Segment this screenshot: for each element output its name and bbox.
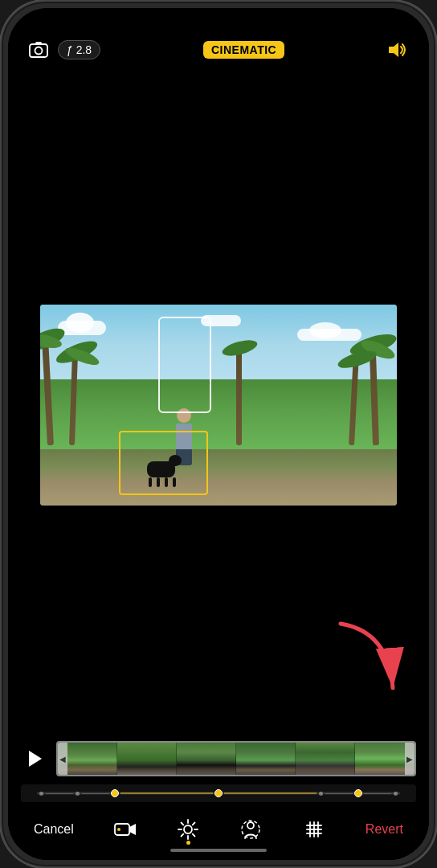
focus-connector	[82, 793, 109, 794]
focus-connector	[46, 793, 73, 794]
focus-connector	[120, 792, 213, 794]
cloud	[297, 329, 361, 341]
aperture-badge[interactable]: ƒ 2.8	[58, 40, 100, 59]
focus-connector	[224, 792, 317, 794]
svg-marker-6	[129, 824, 136, 835]
camera-icon[interactable]	[27, 39, 50, 61]
toolbar: Cancel	[21, 815, 416, 844]
dog-focus-box[interactable]	[119, 431, 208, 495]
top-left-controls: ƒ 2.8	[27, 39, 100, 61]
svg-line-13	[182, 823, 184, 825]
svg-point-18	[242, 821, 259, 838]
focus-point-active[interactable]	[111, 789, 119, 797]
svg-point-7	[117, 828, 120, 831]
screen-content: ƒ 2.8 CINEMATIC	[8, 8, 429, 860]
focus-connector	[325, 793, 353, 794]
cinematic-badge[interactable]: CINEMATIC	[203, 41, 284, 59]
svg-rect-2	[35, 42, 42, 45]
focus-point	[76, 792, 80, 796]
focus-point-active[interactable]	[354, 789, 362, 797]
svg-marker-3	[389, 43, 398, 57]
ground	[40, 449, 397, 506]
focus-track-dots	[37, 789, 401, 797]
home-indicator[interactable]	[170, 849, 267, 852]
video-camera-tool-button[interactable]	[108, 815, 143, 844]
brightness-tool-button[interactable]	[170, 815, 206, 844]
volume-down-button[interactable]	[0, 239, 1, 287]
focus-point	[319, 792, 323, 796]
video-camera-icon	[114, 818, 137, 841]
filmstrip-frame	[236, 743, 296, 775]
focus-point	[39, 792, 43, 796]
filmstrip-frame	[177, 743, 236, 775]
phone-screen: ƒ 2.8 CINEMATIC	[8, 8, 429, 860]
filmstrip[interactable]: ◀ ▶	[56, 741, 416, 776]
cloud	[58, 321, 106, 335]
focus-connector	[364, 793, 391, 794]
focus-tool-button[interactable]	[233, 815, 268, 844]
timeline-row: ◀ ▶	[21, 741, 416, 776]
svg-rect-0	[30, 44, 47, 57]
svg-point-1	[35, 47, 43, 55]
svg-marker-4	[29, 751, 42, 767]
brightness-icon	[177, 818, 199, 841]
video-scene	[40, 305, 397, 506]
active-indicator-dot	[186, 841, 190, 845]
video-area	[8, 69, 429, 741]
filmstrip-handle-left[interactable]: ◀	[58, 743, 67, 775]
svg-line-16	[182, 834, 184, 837]
bottom-area: ◀ ▶	[8, 741, 429, 860]
svg-rect-5	[115, 824, 129, 835]
volume-up-button[interactable]	[0, 178, 1, 227]
crop-icon	[303, 818, 325, 841]
filmstrip-handle-right[interactable]: ▶	[405, 743, 415, 775]
focus-point-active[interactable]	[214, 789, 223, 797]
svg-line-15	[193, 823, 195, 825]
filmstrip-frame	[117, 743, 177, 775]
person-focus-icon	[239, 818, 262, 841]
speaker-icon[interactable]	[387, 39, 410, 61]
focus-track[interactable]	[21, 784, 416, 802]
filmstrip-frame	[296, 743, 355, 775]
svg-point-17	[247, 822, 254, 829]
play-button[interactable]	[21, 744, 50, 773]
revert-button[interactable]: Revert	[359, 819, 410, 840]
mute-button[interactable]	[0, 130, 1, 161]
video-frame[interactable]	[40, 305, 397, 506]
cancel-button[interactable]: Cancel	[27, 819, 80, 840]
notch	[162, 8, 275, 31]
svg-point-8	[184, 825, 192, 833]
phone-device: ƒ 2.8 CINEMATIC	[0, 0, 437, 868]
focus-point	[394, 792, 398, 796]
palm-tree	[236, 345, 242, 445]
grass	[40, 379, 397, 449]
person-focus-box[interactable]	[158, 317, 212, 413]
crop-tool-button[interactable]	[296, 815, 332, 844]
svg-line-14	[193, 834, 195, 837]
